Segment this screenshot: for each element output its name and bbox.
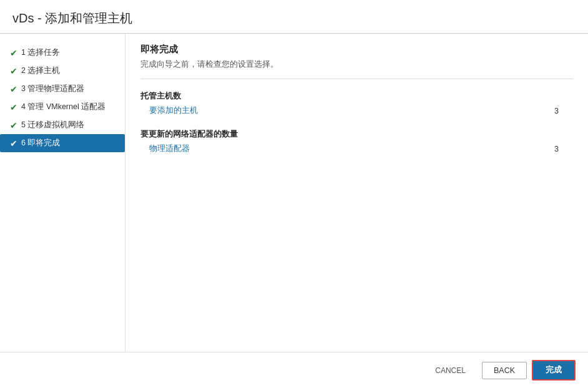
check-icon-step4: ✔ [10, 102, 17, 112]
main-content: 即将完成 完成向导之前，请检查您的设置选择。 托管主机数要添加的主机3要更新的网… [125, 34, 588, 352]
finish-button[interactable]: 完成 [532, 360, 576, 381]
sidebar-item-step5[interactable]: ✔5 迁移虚拟机网络 [0, 116, 125, 134]
dialog-title: vDs - 添加和管理主机 [0, 0, 588, 34]
summary-section-1: 托管主机数要添加的主机3 [140, 90, 573, 117]
summary-label-1-1: 要添加的主机 [149, 105, 529, 116]
main-section-title: 即将完成 [140, 44, 573, 56]
dialog-body: ✔1 选择任务✔2 选择主机✔3 管理物理适配器✔4 管理 VMkernel 适… [0, 34, 588, 352]
summary-row-2-1: 物理适配器3 [140, 142, 573, 155]
sidebar: ✔1 选择任务✔2 选择主机✔3 管理物理适配器✔4 管理 VMkernel 适… [0, 34, 125, 352]
check-icon-step6: ✔ [10, 138, 17, 148]
sidebar-item-label-step3: 3 管理物理适配器 [21, 84, 84, 94]
dialog-footer: CANCEL BACK 完成 [0, 352, 588, 388]
back-button[interactable]: BACK [482, 362, 527, 379]
sidebar-item-label-step5: 5 迁移虚拟机网络 [21, 120, 84, 130]
summary-value-1-1: 3 [554, 107, 573, 115]
summary-section-2: 要更新的网络适配器的数量物理适配器3 [140, 129, 573, 155]
sidebar-item-step2[interactable]: ✔2 选择主机 [0, 62, 125, 80]
cancel-button[interactable]: CANCEL [424, 362, 477, 379]
check-icon-step1: ✔ [10, 48, 17, 58]
check-icon-step2: ✔ [10, 66, 17, 76]
sidebar-item-step3[interactable]: ✔3 管理物理适配器 [0, 80, 125, 98]
sidebar-item-step6[interactable]: ✔6 即将完成 [0, 134, 125, 152]
sidebar-item-label-step2: 2 选择主机 [21, 65, 60, 76]
sidebar-item-label-step4: 4 管理 VMkernel 适配器 [21, 102, 105, 112]
summary-title-1: 托管主机数 [140, 90, 573, 102]
sidebar-item-step4[interactable]: ✔4 管理 VMkernel 适配器 [0, 98, 125, 116]
sidebar-item-step1[interactable]: ✔1 选择任务 [0, 44, 125, 62]
main-section-desc: 完成向导之前，请检查您的设置选择。 [140, 59, 573, 79]
summary-label-2-1: 物理适配器 [149, 143, 529, 154]
check-icon-step5: ✔ [10, 120, 17, 130]
sidebar-item-label-step6: 6 即将完成 [21, 138, 60, 148]
summary-row-1-1: 要添加的主机3 [140, 104, 573, 117]
sidebar-item-label-step1: 1 选择任务 [21, 47, 60, 58]
summary-value-2-1: 3 [554, 145, 573, 153]
summary-title-2: 要更新的网络适配器的数量 [140, 129, 573, 140]
dialog: vDs - 添加和管理主机 ✔1 选择任务✔2 选择主机✔3 管理物理适配器✔4… [0, 0, 588, 388]
check-icon-step3: ✔ [10, 84, 17, 94]
